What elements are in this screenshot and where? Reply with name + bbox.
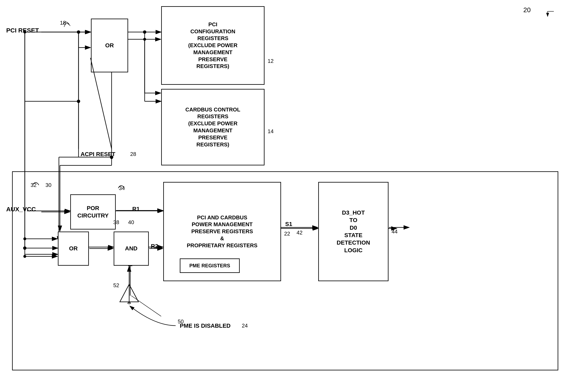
ref-12: 12	[268, 58, 274, 64]
svg-point-47	[77, 31, 80, 33]
pme-disable-triangle	[119, 283, 140, 304]
and-gate: AND	[114, 231, 149, 266]
svg-point-24	[23, 246, 26, 250]
ref-40: 40	[128, 219, 134, 226]
ref-34: 34	[119, 185, 125, 192]
pci-reset-label: PCI RESET	[6, 27, 39, 34]
pme-registers-box: PME REGISTERS	[180, 259, 240, 273]
svg-point-44	[23, 255, 26, 258]
svg-point-28	[143, 30, 146, 34]
or-gate-lower: OR	[58, 231, 89, 266]
or-gate-upper: OR	[91, 19, 128, 72]
ref-52: 52	[113, 282, 119, 289]
aux-vcc-label: AUX_VCC	[6, 206, 36, 213]
cardbus-registers-box: CARDBUS CONTROL REGISTERS (EXCLUDE POWER…	[161, 89, 265, 165]
s1-label: S1	[285, 221, 292, 228]
ref-22: 22	[284, 230, 290, 237]
ref-14: 14	[268, 128, 274, 135]
pme-disabled-label: PME IS DISABLED	[180, 323, 231, 329]
pci-config-registers-box: PCI CONFIGURATION REGISTERS (EXCLUDE POW…	[161, 6, 265, 85]
svg-point-26	[77, 100, 80, 103]
ref-30: 30	[46, 182, 51, 188]
ref-20: 20	[523, 6, 531, 14]
svg-point-43	[23, 237, 26, 240]
svg-marker-30	[120, 284, 139, 302]
por-circuitry-box: POR CIRCUITRY	[70, 194, 116, 229]
r1-label: R1	[132, 206, 140, 212]
acpi-reset-label: ACPI RESET	[80, 151, 115, 158]
ref-32: 32	[31, 182, 37, 188]
r2-label: R2	[151, 243, 158, 249]
ref-42: 42	[297, 229, 302, 236]
svg-point-51	[143, 38, 146, 41]
ref-44: 44	[392, 229, 397, 235]
ref-24: 24	[242, 323, 248, 329]
d3-hot-detection-box: D3_HOT TO D0 STATE DETECTION LOGIC	[318, 182, 388, 281]
ref-28: 28	[130, 151, 136, 157]
svg-point-27	[77, 30, 80, 34]
svg-point-31	[128, 302, 130, 304]
ref-38: 38	[113, 219, 119, 226]
ref-18: 18	[60, 20, 66, 26]
